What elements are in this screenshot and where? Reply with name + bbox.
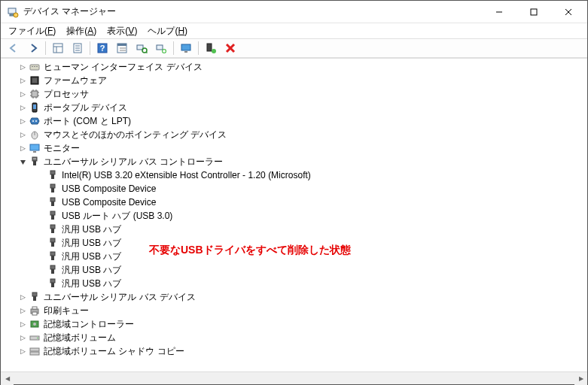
- tree-node-composite1[interactable]: USB Composite Device: [1, 182, 587, 196]
- svg-rect-61: [51, 174, 54, 179]
- tree-label: USB Composite Device: [62, 196, 156, 209]
- ports-icon: [29, 115, 41, 127]
- tree-node-hub1[interactable]: 汎用 USB ハブ: [1, 223, 587, 236]
- svg-rect-70: [50, 238, 55, 242]
- menu-action[interactable]: 操作(A): [62, 24, 101, 38]
- help-button[interactable]: ?: [93, 40, 111, 56]
- toolbar-separator: [90, 41, 90, 55]
- expand-icon[interactable]: ▷: [17, 129, 28, 140]
- tree-label: 汎用 USB ハブ: [62, 223, 121, 236]
- tree-label: ポータブル デバイス: [44, 101, 127, 114]
- usb-icon: [47, 250, 59, 262]
- close-button[interactable]: [551, 1, 586, 23]
- usb-icon: [47, 183, 59, 195]
- tree-node-hub4[interactable]: 汎用 USB ハブ: [1, 263, 587, 277]
- tree-label: 記憶域コントローラー: [44, 317, 134, 331]
- scan-hardware-button[interactable]: [133, 40, 151, 56]
- horizontal-scrollbar[interactable]: ◀ ▶: [1, 371, 587, 384]
- tree-label: 印刷キュー: [44, 304, 89, 317]
- expand-icon[interactable]: ▷: [17, 62, 28, 72]
- expand-icon[interactable]: ▷: [17, 116, 28, 126]
- scroll-left-button[interactable]: ◀: [1, 372, 14, 385]
- svg-rect-67: [51, 215, 54, 220]
- svg-line-22: [146, 52, 148, 53]
- tree-node-ports[interactable]: ▷ ポート (COM と LPT): [1, 114, 587, 128]
- show-all-button[interactable]: [49, 40, 67, 56]
- expand-icon[interactable]: ▷: [17, 332, 28, 343]
- tree-node-roothub[interactable]: USB ルート ハブ (USB 3.0): [1, 209, 587, 223]
- svg-point-2: [14, 13, 18, 17]
- scroll-right-button[interactable]: ▶: [574, 372, 587, 385]
- tree-node-storage-ctrl[interactable]: ▷ 記憶域コントローラー: [1, 317, 587, 331]
- tree-node-usb-device[interactable]: ▷ ユニバーサル シリアル バス デバイス: [1, 290, 587, 304]
- mouse-icon: [29, 129, 41, 141]
- forward-button[interactable]: [24, 40, 42, 56]
- svg-rect-77: [51, 283, 54, 287]
- tree-label: 汎用 USB ハブ: [62, 250, 121, 263]
- svg-rect-49: [33, 105, 36, 109]
- scroll-track[interactable]: [14, 372, 574, 384]
- tree-node-portable[interactable]: ▷ ポータブル デバイス: [1, 101, 587, 114]
- usb-icon: [29, 156, 41, 168]
- app-icon: [7, 6, 19, 18]
- tree-node-firmware[interactable]: ▷ ファームウェア: [1, 74, 587, 87]
- usb-icon: [47, 237, 59, 249]
- svg-rect-33: [30, 65, 39, 70]
- collapse-icon[interactable]: [17, 156, 28, 167]
- svg-point-30: [212, 49, 216, 53]
- device-green-button[interactable]: [202, 40, 220, 56]
- expand-icon[interactable]: ▷: [17, 305, 28, 316]
- monitor-button[interactable]: [177, 40, 195, 56]
- svg-rect-57: [33, 161, 36, 165]
- svg-rect-63: [51, 188, 54, 192]
- tree-node-print-queue[interactable]: ▷ 印刷キュー: [1, 304, 587, 317]
- svg-rect-65: [51, 202, 54, 206]
- tree-label: 汎用 USB ハブ: [62, 236, 121, 250]
- tree-label: Intel(R) USB 3.20 eXtensible Host Contro…: [62, 168, 311, 182]
- svg-rect-35: [34, 66, 35, 67]
- tree-node-usb-controllers[interactable]: ユニバーサル シリアル バス コントローラー: [1, 155, 587, 168]
- details-view-button[interactable]: [113, 40, 131, 56]
- menu-view[interactable]: 表示(V): [102, 24, 142, 38]
- svg-rect-54: [30, 144, 39, 150]
- tree-label: USB Composite Device: [62, 182, 156, 196]
- expand-icon[interactable]: ▷: [17, 319, 28, 329]
- svg-rect-79: [33, 296, 36, 301]
- svg-rect-29: [207, 44, 212, 51]
- expand-icon[interactable]: ▷: [17, 102, 28, 113]
- remove-device-button[interactable]: [221, 40, 239, 56]
- minimize-button[interactable]: [482, 1, 516, 23]
- expand-icon[interactable]: ▷: [17, 346, 28, 356]
- tree-view[interactable]: ▷ ヒューマン インターフェイス デバイス ▷ ファームウェア ▷ プロセッサ …: [1, 58, 587, 371]
- tree-node-hid[interactable]: ▷ ヒューマン インターフェイス デバイス: [1, 60, 587, 74]
- svg-rect-17: [117, 44, 126, 46]
- menu-file[interactable]: ファイル(F): [4, 24, 60, 38]
- menu-help[interactable]: ヘルプ(H): [143, 24, 192, 38]
- tree-node-mouse[interactable]: ▷ マウスとそのほかのポインティング デバイス: [1, 128, 587, 141]
- add-legacy-button[interactable]: [152, 40, 170, 56]
- svg-rect-28: [184, 51, 187, 53]
- expand-icon[interactable]: ▷: [17, 89, 28, 99]
- tree-node-storage-vol[interactable]: ▷ 記憶域ボリューム: [1, 331, 587, 344]
- device-manager-window: デバイス マネージャー ファイル(F) 操作(A) 表示(V) ヘルプ(H): [0, 0, 588, 385]
- tree-node-processor[interactable]: ▷ プロセッサ: [1, 87, 587, 101]
- svg-point-50: [32, 120, 34, 122]
- svg-rect-87: [30, 348, 39, 351]
- tree-node-hub5[interactable]: 汎用 USB ハブ: [1, 277, 587, 290]
- svg-rect-36: [36, 66, 38, 67]
- tree-node-storage-shadow[interactable]: ▷ 記憶域ボリューム シャドウ コピー: [1, 344, 587, 358]
- expand-icon[interactable]: ▷: [17, 292, 28, 302]
- expand-icon[interactable]: ▷: [17, 75, 28, 86]
- tree-label: ポート (COM と LPT): [44, 114, 131, 128]
- svg-rect-72: [50, 252, 55, 256]
- svg-rect-66: [50, 211, 55, 215]
- maximize-button[interactable]: [516, 1, 551, 23]
- expand-icon[interactable]: ▷: [17, 143, 28, 153]
- tree-node-monitor[interactable]: ▷ モニター: [1, 141, 587, 155]
- svg-rect-39: [32, 91, 38, 97]
- back-button[interactable]: [5, 40, 23, 56]
- tree-node-xhci[interactable]: Intel(R) USB 3.20 eXtensible Host Contro…: [1, 168, 587, 182]
- properties-button[interactable]: [69, 40, 87, 56]
- svg-rect-4: [531, 9, 537, 15]
- tree-node-composite2[interactable]: USB Composite Device: [1, 196, 587, 209]
